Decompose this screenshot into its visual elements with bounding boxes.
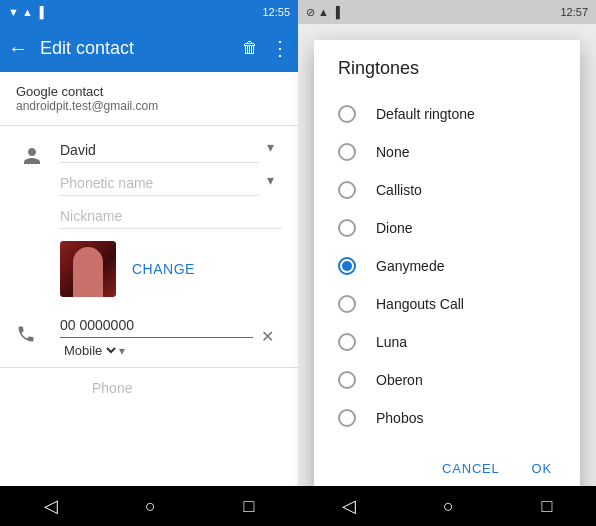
radio-hangouts-call[interactable] [338,295,356,313]
contact-photo[interactable] [60,241,116,297]
radio-luna[interactable] [338,333,356,351]
list-item[interactable]: Callisto [314,171,580,209]
notification-icon: ▼ [8,6,19,18]
ok-button[interactable]: OK [520,453,564,484]
more-icon[interactable]: ⋮ [270,36,290,60]
phone-type-select[interactable]: Mobile Home Work [60,342,119,359]
battery-icon-right: ▐ [332,6,340,18]
nav-square-left[interactable]: □ [223,488,274,525]
ringtone-label: Ganymede [376,258,444,274]
radio-dione[interactable] [338,219,356,237]
ringtones-dialog: Ringtones Default ringtone None Callisto… [314,40,580,496]
delete-icon[interactable]: 🗑 [242,39,258,57]
status-icons-left: ▼ ▲ ▐ [8,6,44,18]
status-bar-right: ⊘ ▲ ▐ 12:57 [298,0,596,24]
dropdown-arrow-icon: ▾ [119,344,125,358]
radio-selected-indicator [342,261,352,271]
ringtone-list: Default ringtone None Callisto Dione Gan… [314,87,580,445]
status-icons-right: ⊘ ▲ ▐ [306,6,340,19]
list-item[interactable]: Oberon [314,361,580,399]
phone-section: Mobile Home Work ▾ ✕ [0,305,298,368]
nav-bar-right: ◁ ○ □ [298,486,596,526]
radio-ganymede[interactable] [338,257,356,275]
list-item[interactable]: Luna [314,323,580,361]
list-item[interactable]: Phobos [314,399,580,437]
person-icon [16,130,48,166]
nav-home-right[interactable]: ○ [423,488,474,525]
photo-section: CHANGE [0,233,298,305]
ringtone-label: Callisto [376,182,422,198]
toolbar-actions: 🗑 ⋮ [242,36,290,60]
toolbar-left: ← Edit contact 🗑 ⋮ [0,24,298,72]
list-item[interactable]: Dione [314,209,580,247]
ringtone-label: Hangouts Call [376,296,464,312]
nav-home-left[interactable]: ○ [125,488,176,525]
clear-phone-button[interactable]: ✕ [253,319,282,354]
ringtone-label: Oberon [376,372,423,388]
status-bar-left: ▼ ▲ ▐ 12:55 [0,0,298,24]
time-right: 12:57 [560,6,588,18]
phonetic-name-input[interactable] [60,163,259,196]
contact-type: Google contact [16,84,282,99]
right-panel: ⊘ ▲ ▐ 12:57 Ringtones Default ringtone N… [298,0,596,526]
list-item[interactable]: Default ringtone [314,95,580,133]
wifi-icon-right: ▲ [318,6,329,18]
phone-icon [16,324,48,349]
add-phone-label[interactable]: Phone [48,372,132,404]
cancel-button[interactable]: CANCEL [430,453,512,484]
name-input[interactable] [60,130,259,163]
wifi-icon: ▲ [22,6,33,18]
dialog-title: Ringtones [314,40,580,87]
time-left: 12:55 [262,6,290,18]
radio-phobos[interactable] [338,409,356,427]
left-panel: ▼ ▲ ▐ 12:55 ← Edit contact 🗑 ⋮ Google co… [0,0,298,526]
ringtone-label: Luna [376,334,407,350]
nav-bar-left: ◁ ○ □ [0,486,298,526]
nav-back-right[interactable]: ◁ [322,487,376,525]
expand-name-icon[interactable]: ▾ [259,131,282,163]
battery-icon: ▐ [36,6,44,18]
nav-square-right[interactable]: □ [521,488,572,525]
ringtone-label: Default ringtone [376,106,475,122]
back-button[interactable]: ← [8,37,28,60]
ringtone-label: None [376,144,409,160]
ringtone-label: Dione [376,220,413,236]
list-item[interactable]: Hangouts Call [314,285,580,323]
name-row: ▾ ▾ [0,126,298,233]
toolbar-title: Edit contact [40,38,242,59]
nickname-input[interactable] [60,196,282,229]
change-photo-button[interactable]: CHANGE [132,261,195,277]
ringtone-label: Phobos [376,410,423,426]
contact-email: androidpit.test@gmail.com [16,99,282,113]
nav-back-left[interactable]: ◁ [24,487,78,525]
phone-fields: Mobile Home Work ▾ [48,309,253,363]
add-phone-row: Phone [0,368,298,408]
list-item[interactable]: Ganymede [314,247,580,285]
name-fields: ▾ ▾ [48,130,282,229]
expand-phonetic-icon[interactable]: ▾ [259,164,282,196]
radio-oberon[interactable] [338,371,356,389]
contact-info: Google contact androidpit.test@gmail.com [0,72,298,126]
form-area: ▾ ▾ CHANGE [0,126,298,486]
radio-default-ringtone[interactable] [338,105,356,123]
list-item[interactable]: None [314,133,580,171]
radio-callisto[interactable] [338,181,356,199]
phone-input[interactable] [60,309,253,338]
no-call-icon: ⊘ [306,6,315,19]
radio-none[interactable] [338,143,356,161]
